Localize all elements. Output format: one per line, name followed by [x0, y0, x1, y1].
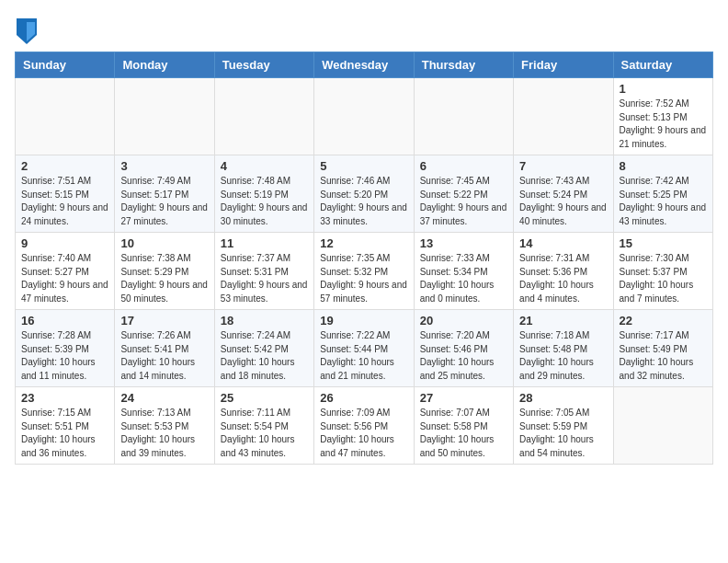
day-number: 10 — [120, 236, 208, 250]
day-info: Sunrise: 7:22 AM Sunset: 5:44 PM Dayligh… — [320, 329, 407, 383]
day-number: 24 — [120, 391, 208, 405]
calendar-week-row: 1Sunrise: 7:52 AM Sunset: 5:13 PM Daylig… — [16, 78, 713, 155]
day-number: 5 — [320, 159, 407, 173]
weekday-header-saturday: Saturday — [613, 52, 712, 78]
calendar-cell — [514, 78, 613, 155]
day-info: Sunrise: 7:46 AM Sunset: 5:20 PM Dayligh… — [320, 175, 407, 228]
day-number: 22 — [620, 314, 707, 327]
day-info: Sunrise: 7:18 AM Sunset: 5:48 PM Dayligh… — [519, 329, 607, 383]
calendar-cell: 5Sunrise: 7:46 AM Sunset: 5:20 PM Daylig… — [314, 155, 414, 233]
day-info: Sunrise: 7:17 AM Sunset: 5:49 PM Dayligh… — [620, 329, 707, 383]
calendar-cell: 2Sunrise: 7:51 AM Sunset: 5:15 PM Daylig… — [16, 155, 115, 233]
calendar-week-row: 16Sunrise: 7:28 AM Sunset: 5:39 PM Dayli… — [16, 310, 713, 387]
calendar-cell: 20Sunrise: 7:20 AM Sunset: 5:46 PM Dayli… — [414, 310, 513, 387]
weekday-header-monday: Monday — [115, 52, 214, 78]
day-info: Sunrise: 7:09 AM Sunset: 5:56 PM Dayligh… — [320, 407, 407, 460]
day-number: 20 — [420, 314, 507, 327]
calendar-cell: 17Sunrise: 7:26 AM Sunset: 5:41 PM Dayli… — [115, 310, 214, 387]
calendar-cell: 18Sunrise: 7:24 AM Sunset: 5:42 PM Dayli… — [214, 310, 313, 387]
weekday-header-friday: Friday — [514, 52, 613, 78]
calendar-cell: 13Sunrise: 7:33 AM Sunset: 5:34 PM Dayli… — [414, 233, 513, 310]
day-number: 26 — [320, 391, 407, 405]
calendar-cell: 9Sunrise: 7:40 AM Sunset: 5:27 PM Daylig… — [16, 233, 115, 310]
day-number: 11 — [221, 236, 308, 250]
calendar-cell: 15Sunrise: 7:30 AM Sunset: 5:37 PM Dayli… — [613, 233, 712, 310]
calendar-cell — [16, 78, 115, 155]
weekday-header-thursday: Thursday — [414, 52, 513, 78]
logo-icon — [17, 18, 37, 44]
day-info: Sunrise: 7:20 AM Sunset: 5:46 PM Dayligh… — [420, 329, 507, 383]
day-info: Sunrise: 7:49 AM Sunset: 5:17 PM Dayligh… — [120, 175, 208, 228]
calendar-cell: 25Sunrise: 7:11 AM Sunset: 5:54 PM Dayli… — [214, 387, 313, 465]
calendar-cell: 4Sunrise: 7:48 AM Sunset: 5:19 PM Daylig… — [214, 155, 313, 233]
day-info: Sunrise: 7:11 AM Sunset: 5:54 PM Dayligh… — [221, 407, 308, 460]
weekday-header-tuesday: Tuesday — [214, 52, 313, 78]
calendar-cell: 28Sunrise: 7:05 AM Sunset: 5:59 PM Dayli… — [514, 387, 613, 465]
calendar-cell: 14Sunrise: 7:31 AM Sunset: 5:36 PM Dayli… — [514, 233, 613, 310]
day-info: Sunrise: 7:30 AM Sunset: 5:37 PM Dayligh… — [620, 252, 707, 305]
day-number: 28 — [519, 391, 607, 405]
day-info: Sunrise: 7:45 AM Sunset: 5:22 PM Dayligh… — [420, 175, 507, 228]
day-info: Sunrise: 7:52 AM Sunset: 5:13 PM Dayligh… — [620, 98, 707, 151]
day-info: Sunrise: 7:42 AM Sunset: 5:25 PM Dayligh… — [620, 175, 707, 228]
day-info: Sunrise: 7:13 AM Sunset: 5:53 PM Dayligh… — [120, 407, 208, 460]
day-info: Sunrise: 7:07 AM Sunset: 5:58 PM Dayligh… — [420, 407, 507, 460]
calendar-cell: 1Sunrise: 7:52 AM Sunset: 5:13 PM Daylig… — [613, 78, 712, 155]
day-number: 3 — [120, 159, 208, 173]
calendar-cell: 11Sunrise: 7:37 AM Sunset: 5:31 PM Dayli… — [214, 233, 313, 310]
day-number: 13 — [420, 236, 507, 250]
day-number: 14 — [519, 236, 607, 250]
day-info: Sunrise: 7:38 AM Sunset: 5:29 PM Dayligh… — [120, 252, 208, 305]
day-number: 27 — [420, 391, 507, 405]
calendar-cell: 22Sunrise: 7:17 AM Sunset: 5:49 PM Dayli… — [613, 310, 712, 387]
day-number: 18 — [221, 314, 308, 327]
calendar-cell: 8Sunrise: 7:42 AM Sunset: 5:25 PM Daylig… — [613, 155, 712, 233]
day-number: 2 — [21, 159, 108, 173]
calendar-cell: 27Sunrise: 7:07 AM Sunset: 5:58 PM Dayli… — [414, 387, 513, 465]
calendar-cell — [414, 78, 513, 155]
calendar-cell: 19Sunrise: 7:22 AM Sunset: 5:44 PM Dayli… — [314, 310, 414, 387]
calendar-cell: 23Sunrise: 7:15 AM Sunset: 5:51 PM Dayli… — [16, 387, 115, 465]
day-info: Sunrise: 7:15 AM Sunset: 5:51 PM Dayligh… — [21, 407, 108, 460]
day-info: Sunrise: 7:40 AM Sunset: 5:27 PM Dayligh… — [21, 252, 108, 305]
day-number: 6 — [420, 159, 507, 173]
day-number: 12 — [320, 236, 407, 250]
calendar-cell: 16Sunrise: 7:28 AM Sunset: 5:39 PM Dayli… — [16, 310, 115, 387]
calendar-cell: 6Sunrise: 7:45 AM Sunset: 5:22 PM Daylig… — [414, 155, 513, 233]
weekday-header-sunday: Sunday — [16, 52, 115, 78]
day-info: Sunrise: 7:48 AM Sunset: 5:19 PM Dayligh… — [221, 175, 308, 228]
calendar-cell: 7Sunrise: 7:43 AM Sunset: 5:24 PM Daylig… — [514, 155, 613, 233]
day-number: 16 — [21, 314, 108, 327]
day-number: 25 — [221, 391, 308, 405]
calendar-header-row: SundayMondayTuesdayWednesdayThursdayFrid… — [16, 52, 713, 78]
day-number: 15 — [620, 236, 707, 250]
calendar-cell: 12Sunrise: 7:35 AM Sunset: 5:32 PM Dayli… — [314, 233, 414, 310]
day-info: Sunrise: 7:26 AM Sunset: 5:41 PM Dayligh… — [120, 329, 208, 383]
day-info: Sunrise: 7:05 AM Sunset: 5:59 PM Dayligh… — [519, 407, 607, 460]
calendar-week-row: 9Sunrise: 7:40 AM Sunset: 5:27 PM Daylig… — [16, 233, 713, 310]
calendar-cell: 10Sunrise: 7:38 AM Sunset: 5:29 PM Dayli… — [115, 233, 214, 310]
day-info: Sunrise: 7:51 AM Sunset: 5:15 PM Dayligh… — [21, 175, 108, 228]
day-info: Sunrise: 7:28 AM Sunset: 5:39 PM Dayligh… — [21, 329, 108, 383]
day-info: Sunrise: 7:43 AM Sunset: 5:24 PM Dayligh… — [519, 175, 607, 228]
day-number: 1 — [620, 82, 707, 96]
day-info: Sunrise: 7:24 AM Sunset: 5:42 PM Dayligh… — [221, 329, 308, 383]
day-number: 23 — [21, 391, 108, 405]
day-number: 4 — [221, 159, 308, 173]
calendar-week-row: 2Sunrise: 7:51 AM Sunset: 5:15 PM Daylig… — [16, 155, 713, 233]
day-number: 9 — [21, 236, 108, 250]
calendar-cell — [115, 78, 214, 155]
day-number: 17 — [120, 314, 208, 327]
day-info: Sunrise: 7:31 AM Sunset: 5:36 PM Dayligh… — [519, 252, 607, 305]
calendar-cell — [214, 78, 313, 155]
logo — [15, 18, 37, 44]
calendar-cell — [314, 78, 414, 155]
day-info: Sunrise: 7:37 AM Sunset: 5:31 PM Dayligh… — [221, 252, 308, 305]
day-number: 8 — [620, 159, 707, 173]
calendar-cell: 26Sunrise: 7:09 AM Sunset: 5:56 PM Dayli… — [314, 387, 414, 465]
day-info: Sunrise: 7:33 AM Sunset: 5:34 PM Dayligh… — [420, 252, 507, 305]
page-header — [15, 15, 713, 44]
calendar-cell: 24Sunrise: 7:13 AM Sunset: 5:53 PM Dayli… — [115, 387, 214, 465]
day-number: 7 — [519, 159, 607, 173]
calendar-table: SundayMondayTuesdayWednesdayThursdayFrid… — [15, 52, 713, 465]
